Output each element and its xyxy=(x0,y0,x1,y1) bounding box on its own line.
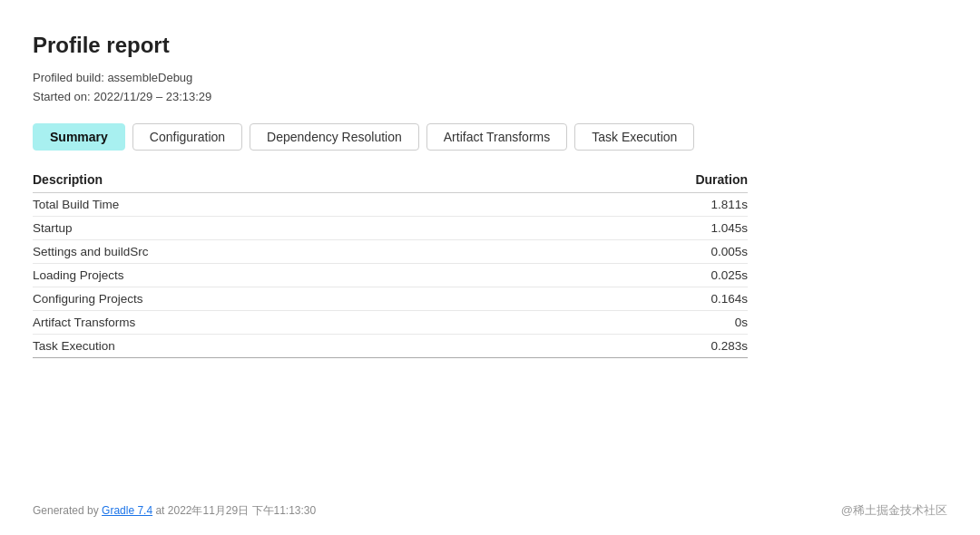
table-row: Total Build Time1.811s xyxy=(33,193,748,217)
build-info: Profiled build: assembleDebug xyxy=(33,71,748,84)
table-row: Loading Projects0.025s xyxy=(33,264,748,287)
table-row: Configuring Projects0.164s xyxy=(33,287,748,311)
row-description: Total Build Time xyxy=(33,193,657,217)
started-info: Started on: 2022/11/29 – 23:13:29 xyxy=(33,90,748,103)
watermark: @稀土掘金技术社区 xyxy=(841,502,947,519)
row-description: Loading Projects xyxy=(33,264,657,287)
row-duration: 1.811s xyxy=(657,193,748,217)
tab-dependency-resolution[interactable]: Dependency Resolution xyxy=(250,123,419,151)
page-title: Profile report xyxy=(33,33,748,58)
tab-task-execution[interactable]: Task Execution xyxy=(574,123,694,151)
row-duration: 1.045s xyxy=(657,217,748,240)
footer-suffix: at 2022年11月29日 下午11:13:30 xyxy=(152,504,316,517)
row-duration: 0.025s xyxy=(657,264,748,287)
table-row: Startup1.045s xyxy=(33,217,748,240)
row-description: Artifact Transforms xyxy=(33,311,657,335)
row-description: Settings and buildSrc xyxy=(33,240,657,264)
row-description: Configuring Projects xyxy=(33,287,657,311)
table-row: Task Execution0.283s xyxy=(33,335,748,358)
summary-table: Description Duration Total Build Time1.8… xyxy=(33,172,748,358)
row-duration: 0.283s xyxy=(657,335,748,358)
row-duration: 0s xyxy=(657,311,748,335)
table-row: Settings and buildSrc0.005s xyxy=(33,240,748,264)
row-duration: 0.164s xyxy=(657,287,748,311)
row-duration: 0.005s xyxy=(657,240,748,264)
footer: Generated by Gradle 7.4 at 2022年11月29日 下… xyxy=(33,503,316,519)
tabs-container: SummaryConfigurationDependency Resolutio… xyxy=(33,123,748,151)
col-description-header: Description xyxy=(33,172,657,193)
footer-prefix: Generated by xyxy=(33,504,102,517)
tab-summary[interactable]: Summary xyxy=(33,123,125,151)
tab-configuration[interactable]: Configuration xyxy=(132,123,242,151)
gradle-link[interactable]: Gradle 7.4 xyxy=(102,504,152,517)
row-description: Task Execution xyxy=(33,335,657,358)
tab-artifact-transforms[interactable]: Artifact Transforms xyxy=(426,123,567,151)
col-duration-header: Duration xyxy=(657,172,748,193)
row-description: Startup xyxy=(33,217,657,240)
main-content: Profile report Profiled build: assembleD… xyxy=(0,0,780,376)
table-row: Artifact Transforms0s xyxy=(33,311,748,335)
table-body: Total Build Time1.811sStartup1.045sSetti… xyxy=(33,193,748,358)
